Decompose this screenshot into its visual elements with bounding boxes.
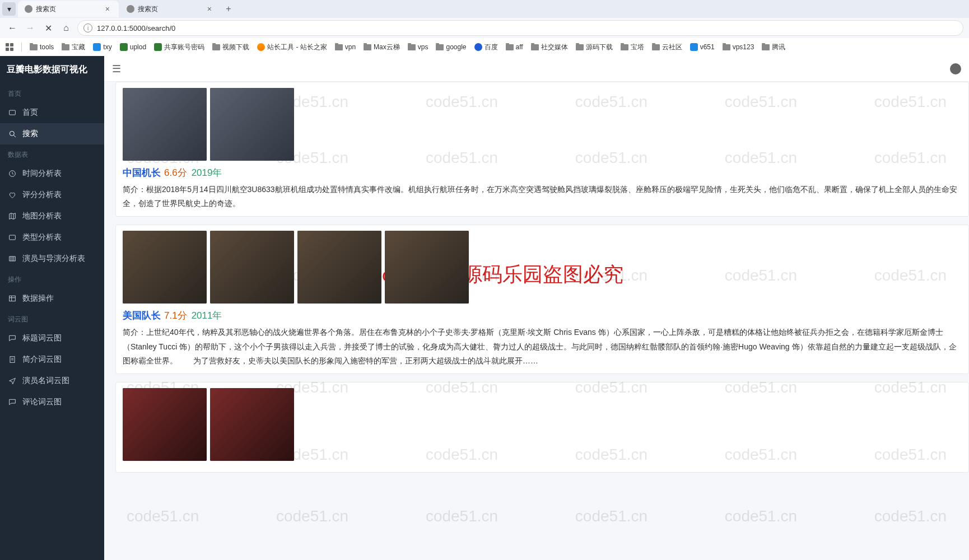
folder-icon bbox=[30, 44, 38, 50]
sidebar-item-search[interactable]: 搜索 bbox=[0, 123, 104, 144]
bookmark-label: txy bbox=[103, 43, 111, 51]
bookmark-item[interactable]: vps bbox=[408, 43, 428, 51]
bookmark-item[interactable]: 站长工具 - 站长之家 bbox=[257, 43, 327, 52]
sidebar-section-title: 词云图 bbox=[0, 309, 104, 328]
tab-title: 搜索页 bbox=[36, 4, 100, 14]
movie-thumbnail[interactable] bbox=[210, 88, 294, 161]
sidebar-item-label: 简介词云图 bbox=[22, 354, 62, 365]
movie-thumbnail[interactable] bbox=[123, 388, 207, 461]
bookmark-item[interactable]: 云社区 bbox=[652, 43, 682, 52]
watermark-text: code51.cn bbox=[426, 507, 498, 525]
sidebar-item-doc[interactable]: 简介词云图 bbox=[0, 349, 104, 370]
bookmark-item[interactable]: 社交媒体 bbox=[531, 43, 568, 52]
back-button[interactable]: ← bbox=[6, 21, 19, 35]
sidebar-item-table[interactable]: 数据操作 bbox=[0, 288, 104, 309]
dot-green-icon bbox=[120, 43, 128, 51]
brand-title: 豆瓣电影数据可视化 bbox=[0, 56, 104, 83]
bookmark-label: uplod bbox=[130, 43, 146, 51]
bookmark-label: 共享账号密码 bbox=[164, 43, 204, 52]
sidebar-item-grid[interactable]: 类型分析表 bbox=[0, 227, 104, 248]
bookmark-item[interactable]: google bbox=[436, 43, 466, 51]
tab-close-button[interactable]: × bbox=[205, 4, 214, 13]
folder-icon bbox=[335, 44, 343, 50]
tab-close-button[interactable]: × bbox=[103, 4, 112, 13]
sidebar-item-clock[interactable]: 时间分析表 bbox=[0, 163, 104, 184]
url-field[interactable]: i 127.0.0.1:5000/search/0 bbox=[77, 20, 963, 36]
home-button[interactable]: ⌂ bbox=[59, 21, 73, 35]
sidebar-item-label: 首页 bbox=[22, 108, 38, 118]
bookmark-item[interactable]: tools bbox=[30, 43, 54, 51]
movie-description: 简介：根据2018年5月14日四川航空3U8633航班机组成功处置特情真实事件改… bbox=[123, 183, 962, 211]
movie-title-link[interactable]: 中国机长 bbox=[123, 167, 161, 178]
folder-icon bbox=[408, 44, 416, 50]
movie-thumbnails bbox=[123, 231, 962, 304]
bookmark-label: 百度 bbox=[484, 43, 498, 52]
svg-line-2 bbox=[14, 136, 16, 137]
bookmark-item[interactable] bbox=[6, 43, 13, 51]
content-area: code51.cn-源码乐园盗图必究 code51.cncode51.cncod… bbox=[104, 82, 969, 560]
watermark-text: code51.cn bbox=[276, 507, 348, 525]
bookmark-label: 社交媒体 bbox=[541, 43, 568, 52]
bookmark-divider bbox=[21, 43, 22, 52]
sidebar-item-send[interactable]: 演员名词云图 bbox=[0, 370, 104, 391]
sidebar-section-title: 首页 bbox=[0, 83, 104, 102]
svg-rect-4 bbox=[10, 235, 16, 240]
sidebar-item-label: 演员与导演分析表 bbox=[22, 254, 85, 264]
forward-button[interactable]: → bbox=[24, 21, 37, 35]
movie-thumbnails bbox=[123, 88, 962, 161]
bookmark-label: 云社区 bbox=[662, 43, 682, 52]
dot-green-icon bbox=[154, 43, 162, 51]
sidebar-item-heart[interactable]: 评分分析表 bbox=[0, 184, 104, 206]
folder-icon bbox=[723, 44, 730, 50]
bookmark-item[interactable]: v651 bbox=[690, 43, 715, 51]
bookmark-item[interactable]: 共享账号密码 bbox=[154, 43, 204, 52]
movie-title-link[interactable]: 美国队长 bbox=[123, 310, 161, 321]
sidebar-item-label: 标题词云图 bbox=[22, 333, 62, 343]
bookmark-item[interactable]: aff bbox=[506, 43, 523, 51]
movie-thumbnails bbox=[123, 388, 962, 461]
movie-thumbnail[interactable] bbox=[385, 231, 469, 304]
tab-bar: ▾ 搜索页 × 搜索页 × + bbox=[0, 0, 969, 18]
bookmark-label: 腾讯 bbox=[772, 43, 785, 52]
bookmark-item[interactable]: 腾讯 bbox=[762, 43, 785, 52]
dot-paw-icon bbox=[474, 43, 482, 51]
bookmark-label: 站长工具 - 站长之家 bbox=[267, 43, 327, 52]
sidebar-item-map[interactable]: 地图分析表 bbox=[0, 206, 104, 227]
main: ☰ code51.cn-源码乐园盗图必究 code51.cncode51.cnc… bbox=[104, 56, 969, 560]
sidebar-item-chat[interactable]: 标题词云图 bbox=[0, 328, 104, 349]
sidebar-item-people[interactable]: 演员与导演分析表 bbox=[0, 248, 104, 269]
movie-thumbnail[interactable] bbox=[123, 88, 207, 161]
bookmark-item[interactable]: vpn bbox=[335, 43, 356, 51]
bookmark-item[interactable]: 宝塔 bbox=[621, 43, 644, 52]
bookmark-item[interactable]: 百度 bbox=[474, 43, 498, 52]
sidebar-item-chat[interactable]: 评论词云图 bbox=[0, 391, 104, 413]
folder-icon bbox=[621, 44, 628, 50]
user-avatar-icon[interactable] bbox=[950, 63, 961, 74]
bookmark-item[interactable]: 宝藏 bbox=[62, 43, 85, 52]
movie-card bbox=[115, 382, 969, 473]
movie-thumbnail[interactable] bbox=[210, 388, 294, 461]
movie-thumbnail[interactable] bbox=[297, 231, 381, 304]
stop-button[interactable]: ✕ bbox=[41, 21, 55, 35]
watermark-text: code51.cn bbox=[127, 507, 199, 525]
sidebar-item-home[interactable]: 首页 bbox=[0, 102, 104, 123]
bookmark-item[interactable]: Max云梯 bbox=[364, 43, 400, 52]
tab-menu-button[interactable]: ▾ bbox=[2, 2, 16, 16]
apps-icon bbox=[6, 43, 13, 51]
sidebar-item-label: 数据操作 bbox=[22, 293, 54, 304]
new-tab-button[interactable]: + bbox=[222, 2, 235, 16]
bookmark-item[interactable]: txy bbox=[93, 43, 111, 51]
bookmark-item[interactable]: vps123 bbox=[723, 43, 754, 51]
bookmark-item[interactable]: uplod bbox=[120, 43, 146, 51]
browser-tab-1[interactable]: 搜索页 × bbox=[120, 1, 221, 17]
movie-thumbnail[interactable] bbox=[210, 231, 294, 304]
sidebar-toggle-button[interactable]: ☰ bbox=[112, 63, 121, 75]
bookmark-item[interactable]: 视频下载 bbox=[212, 43, 249, 52]
sidebar-item-label: 搜索 bbox=[22, 129, 38, 139]
send-icon bbox=[8, 376, 17, 385]
browser-tab-0[interactable]: 搜索页 × bbox=[18, 1, 119, 17]
bookmark-item[interactable]: 源码下载 bbox=[576, 43, 613, 52]
movie-thumbnail[interactable] bbox=[123, 231, 207, 304]
site-info-icon[interactable]: i bbox=[83, 24, 92, 32]
movie-card: 美国队长7.1分2011年简介：上世纪40年代，纳粹及其邪恶轴心的战火烧遍世界各… bbox=[115, 225, 969, 374]
